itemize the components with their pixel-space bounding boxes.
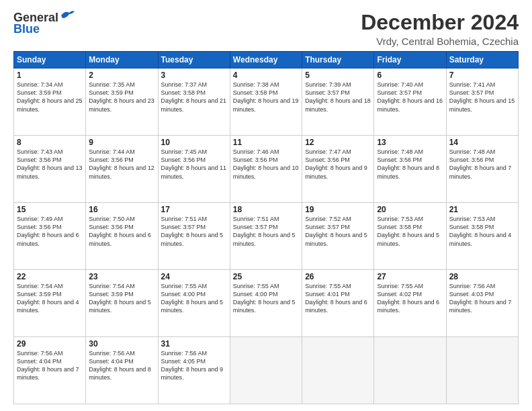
table-row: 4Sunrise: 7:38 AMSunset: 3:58 PMDaylight…	[230, 68, 302, 136]
day-info: Sunrise: 7:50 AMSunset: 3:56 PMDaylight:…	[89, 215, 154, 248]
col-saturday: Saturday	[446, 52, 518, 68]
day-info: Sunrise: 7:44 AMSunset: 3:56 PMDaylight:…	[89, 148, 154, 181]
table-row: 5Sunrise: 7:39 AMSunset: 3:57 PMDaylight…	[302, 68, 374, 136]
day-info: Sunrise: 7:39 AMSunset: 3:57 PMDaylight:…	[305, 81, 371, 113]
day-number: 29	[17, 339, 83, 349]
col-thursday: Thursday	[302, 52, 374, 68]
day-number: 21	[449, 205, 515, 214]
table-row: 3Sunrise: 7:37 AMSunset: 3:58 PMDaylight…	[158, 68, 230, 136]
day-info: Sunrise: 7:48 AMSunset: 3:56 PMDaylight:…	[449, 148, 515, 181]
table-row: 24Sunrise: 7:55 AMSunset: 4:00 PMDayligh…	[158, 270, 230, 337]
day-number: 5	[305, 71, 371, 80]
day-number: 9	[89, 138, 154, 147]
title-block: December 2024 Vrdy, Central Bohemia, Cze…	[361, 11, 519, 47]
table-row: 20Sunrise: 7:53 AMSunset: 3:58 PMDayligh…	[374, 203, 446, 270]
day-info: Sunrise: 7:52 AMSunset: 3:57 PMDaylight:…	[305, 215, 371, 248]
col-monday: Monday	[86, 52, 158, 68]
table-row	[374, 337, 446, 404]
day-info: Sunrise: 7:38 AMSunset: 3:58 PMDaylight:…	[233, 81, 299, 113]
col-friday: Friday	[374, 52, 446, 68]
table-row: 7Sunrise: 7:41 AMSunset: 3:57 PMDaylight…	[446, 68, 518, 136]
table-row	[230, 337, 302, 404]
table-row	[446, 337, 518, 404]
day-number: 19	[305, 205, 371, 214]
day-number: 4	[233, 71, 299, 80]
calendar-week-row: 29Sunrise: 7:56 AMSunset: 4:04 PMDayligh…	[14, 337, 519, 404]
day-info: Sunrise: 7:56 AMSunset: 4:04 PMDaylight:…	[89, 349, 154, 382]
day-info: Sunrise: 7:41 AMSunset: 3:57 PMDaylight:…	[449, 81, 515, 113]
col-sunday: Sunday	[14, 52, 86, 68]
day-info: Sunrise: 7:49 AMSunset: 3:56 PMDaylight:…	[17, 215, 83, 248]
day-info: Sunrise: 7:51 AMSunset: 3:57 PMDaylight:…	[233, 215, 299, 248]
table-row: 6Sunrise: 7:40 AMSunset: 3:57 PMDaylight…	[374, 68, 446, 136]
table-row: 16Sunrise: 7:50 AMSunset: 3:56 PMDayligh…	[86, 203, 158, 270]
day-info: Sunrise: 7:51 AMSunset: 3:57 PMDaylight:…	[161, 215, 227, 248]
day-info: Sunrise: 7:56 AMSunset: 4:04 PMDaylight:…	[17, 349, 83, 382]
day-number: 11	[233, 138, 299, 147]
table-row: 18Sunrise: 7:51 AMSunset: 3:57 PMDayligh…	[230, 203, 302, 270]
col-tuesday: Tuesday	[158, 52, 230, 68]
table-row: 27Sunrise: 7:55 AMSunset: 4:02 PMDayligh…	[374, 270, 446, 337]
table-row: 19Sunrise: 7:52 AMSunset: 3:57 PMDayligh…	[302, 203, 374, 270]
day-number: 7	[449, 71, 515, 80]
day-number: 27	[377, 272, 443, 281]
day-number: 25	[233, 272, 299, 281]
table-row: 15Sunrise: 7:49 AMSunset: 3:56 PMDayligh…	[14, 203, 86, 270]
logo-blue: Blue	[13, 22, 76, 36]
page: General Blue December 2024 Vrdy, Central…	[0, 0, 532, 411]
day-number: 13	[377, 138, 443, 147]
calendar-week-row: 15Sunrise: 7:49 AMSunset: 3:56 PMDayligh…	[14, 203, 519, 270]
day-info: Sunrise: 7:45 AMSunset: 3:56 PMDaylight:…	[161, 148, 227, 181]
day-number: 26	[305, 272, 371, 281]
logo: General Blue	[13, 11, 76, 36]
calendar-week-row: 22Sunrise: 7:54 AMSunset: 3:59 PMDayligh…	[14, 270, 519, 337]
day-number: 8	[17, 138, 83, 147]
table-row	[302, 337, 374, 404]
day-number: 6	[377, 71, 443, 80]
day-info: Sunrise: 7:40 AMSunset: 3:57 PMDaylight:…	[377, 81, 443, 113]
table-row: 30Sunrise: 7:56 AMSunset: 4:04 PMDayligh…	[86, 337, 158, 404]
table-row: 25Sunrise: 7:55 AMSunset: 4:00 PMDayligh…	[230, 270, 302, 337]
table-row: 11Sunrise: 7:46 AMSunset: 3:56 PMDayligh…	[230, 136, 302, 203]
day-info: Sunrise: 7:54 AMSunset: 3:59 PMDaylight:…	[89, 282, 154, 315]
logo-bird-icon	[60, 9, 76, 22]
day-number: 12	[305, 138, 371, 147]
day-number: 15	[17, 205, 83, 214]
table-row: 13Sunrise: 7:48 AMSunset: 3:56 PMDayligh…	[374, 136, 446, 203]
table-row: 9Sunrise: 7:44 AMSunset: 3:56 PMDaylight…	[86, 136, 158, 203]
table-row: 21Sunrise: 7:53 AMSunset: 3:58 PMDayligh…	[446, 203, 518, 270]
col-wednesday: Wednesday	[230, 52, 302, 68]
table-row: 12Sunrise: 7:47 AMSunset: 3:56 PMDayligh…	[302, 136, 374, 203]
day-number: 3	[161, 71, 227, 80]
day-number: 1	[17, 71, 83, 80]
day-number: 14	[449, 138, 515, 147]
table-row: 31Sunrise: 7:56 AMSunset: 4:05 PMDayligh…	[158, 337, 230, 404]
day-info: Sunrise: 7:46 AMSunset: 3:56 PMDaylight:…	[233, 148, 299, 181]
day-number: 18	[233, 205, 299, 214]
table-row: 26Sunrise: 7:55 AMSunset: 4:01 PMDayligh…	[302, 270, 374, 337]
table-row: 29Sunrise: 7:56 AMSunset: 4:04 PMDayligh…	[14, 337, 86, 404]
day-info: Sunrise: 7:47 AMSunset: 3:56 PMDaylight:…	[305, 148, 371, 181]
day-info: Sunrise: 7:53 AMSunset: 3:58 PMDaylight:…	[449, 215, 515, 248]
day-info: Sunrise: 7:43 AMSunset: 3:56 PMDaylight:…	[17, 148, 83, 181]
day-info: Sunrise: 7:53 AMSunset: 3:58 PMDaylight:…	[377, 215, 443, 248]
calendar-week-row: 8Sunrise: 7:43 AMSunset: 3:56 PMDaylight…	[14, 136, 519, 203]
table-row: 8Sunrise: 7:43 AMSunset: 3:56 PMDaylight…	[14, 136, 86, 203]
table-row: 17Sunrise: 7:51 AMSunset: 3:57 PMDayligh…	[158, 203, 230, 270]
day-number: 23	[89, 272, 154, 281]
day-number: 17	[161, 205, 227, 214]
header-row: Sunday Monday Tuesday Wednesday Thursday…	[14, 52, 519, 68]
day-number: 31	[161, 339, 227, 349]
day-info: Sunrise: 7:56 AMSunset: 4:03 PMDaylight:…	[449, 282, 515, 315]
day-info: Sunrise: 7:37 AMSunset: 3:58 PMDaylight:…	[161, 81, 227, 113]
day-number: 24	[161, 272, 227, 281]
day-info: Sunrise: 7:54 AMSunset: 3:59 PMDaylight:…	[17, 282, 83, 315]
table-row: 1Sunrise: 7:34 AMSunset: 3:59 PMDaylight…	[14, 68, 86, 136]
calendar-table: Sunday Monday Tuesday Wednesday Thursday…	[13, 51, 519, 404]
day-info: Sunrise: 7:55 AMSunset: 4:00 PMDaylight:…	[233, 282, 299, 315]
day-info: Sunrise: 7:55 AMSunset: 4:01 PMDaylight:…	[305, 282, 371, 315]
day-number: 2	[89, 71, 154, 80]
day-number: 16	[89, 205, 154, 214]
day-number: 22	[17, 272, 83, 281]
header: General Blue December 2024 Vrdy, Central…	[13, 11, 519, 47]
